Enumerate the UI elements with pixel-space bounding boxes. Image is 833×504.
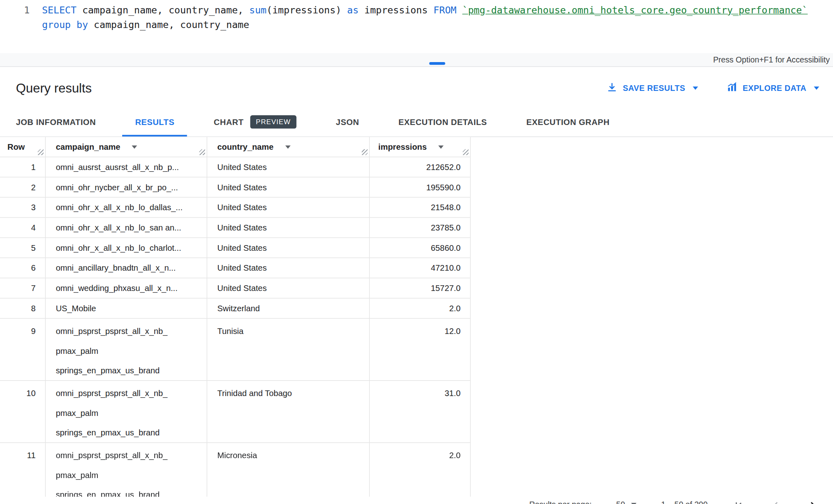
table-row: 9omni_psprst_psprst_all_x_nb_pmax_palmsp… xyxy=(0,319,470,381)
tab-label: JSON xyxy=(336,117,359,127)
explore-data-label: EXPLORE DATA xyxy=(742,83,806,92)
table-row: 3omni_ohr_x_all_x_nb_lo_dallas_...United… xyxy=(0,198,470,218)
column-label: country_name xyxy=(217,142,274,152)
pagination-range: 1 – 50 of 200 xyxy=(661,500,708,504)
tab-execution-graph[interactable]: EXECUTION GRAPH xyxy=(514,109,622,136)
campaign-name-cell: omni_ohr_nycber_all_x_br_po_... xyxy=(46,177,207,197)
table-row: 4omni_ohr_x_all_x_nb_lo_san an...United … xyxy=(0,218,470,238)
tab-label: JOB INFORMATION xyxy=(16,117,96,127)
tab-label: CHART xyxy=(214,117,244,127)
table-row: 6omni_ancillary_bnadtn_all_x_n...United … xyxy=(0,258,470,278)
chevron-down-icon xyxy=(693,86,698,90)
impressions-cell: 65860.0 xyxy=(370,238,471,257)
editor-line-number: 1 xyxy=(0,3,30,18)
campaign-name-line: omni_ohr_nycber_all_x_br_po_... xyxy=(56,182,207,193)
table-row: 1omni_ausrst_ausrst_all_x_nb_p...United … xyxy=(0,157,470,177)
tab-json[interactable]: JSON xyxy=(323,109,372,136)
campaign-name-line: pmax_palm xyxy=(56,403,207,422)
table-reference-link[interactable]: `pmg-datawarehouse.omni_hotels_core.geo_… xyxy=(462,4,808,15)
code-line: group by campaign_name, country_name xyxy=(42,17,828,32)
campaign-name-line: omni_wedding_phxasu_all_x_n... xyxy=(56,283,207,294)
row-number-cell: 11 xyxy=(0,443,46,504)
column-header-country-name: country_name xyxy=(207,137,369,157)
page-size-value: 50 xyxy=(616,500,625,504)
country-name-cell: United States xyxy=(207,198,369,217)
impressions-cell: 31.0 xyxy=(370,381,471,442)
column-resize-handle[interactable] xyxy=(38,149,43,155)
column-header-row: Row xyxy=(0,137,46,157)
save-results-icon xyxy=(607,82,617,94)
campaign-name-line: springs_en_pmax_us_brand xyxy=(56,423,207,442)
row-number-cell: 3 xyxy=(0,198,46,217)
country-name-cell: United States xyxy=(207,278,369,298)
campaign-name-cell: US_Mobile xyxy=(46,298,207,318)
chevron-down-icon xyxy=(814,86,819,90)
row-number-cell: 6 xyxy=(0,258,46,278)
chevron-down-icon xyxy=(631,503,637,504)
campaign-name-cell: omni_ohr_x_all_x_nb_lo_charlot... xyxy=(46,238,207,257)
row-number-cell: 2 xyxy=(0,177,46,197)
table-row: 10omni_psprst_psprst_all_x_nb_pmax_palms… xyxy=(0,381,470,443)
impressions-cell: 21548.0 xyxy=(370,198,471,217)
tab-execution-details[interactable]: EXECUTION DETAILS xyxy=(386,109,500,136)
table-header: Row campaign_name country_name impressio… xyxy=(0,137,470,157)
first-page-button[interactable] xyxy=(732,500,745,504)
column-menu-icon[interactable] xyxy=(438,145,444,149)
splitter-drag-handle[interactable] xyxy=(429,62,445,65)
campaign-name-cell: omni_psprst_psprst_all_x_nb_pmax_palmspr… xyxy=(46,381,207,442)
save-results-label: SAVE RESULTS xyxy=(623,83,685,92)
column-menu-icon[interactable] xyxy=(132,145,137,149)
campaign-name-line: omni_ohr_x_all_x_nb_lo_san an... xyxy=(56,222,207,233)
country-name-cell: Tunisia xyxy=(207,319,369,380)
campaign-name-line: omni_psprst_psprst_all_x_nb_ xyxy=(56,383,207,403)
column-resize-handle[interactable] xyxy=(199,149,205,155)
pagination-bar: Results per page: 50 1 – 50 of 200 xyxy=(0,497,833,504)
accessibility-hint: Press Option+F1 for Accessibility xyxy=(713,55,830,64)
column-label: impressions xyxy=(378,142,427,152)
campaign-name-line: pmax_palm xyxy=(56,465,207,485)
campaign-name-cell: omni_wedding_phxasu_all_x_n... xyxy=(46,278,207,298)
campaign-name-cell: omni_psprst_psprst_all_x_nb_pmax_palmspr… xyxy=(46,319,207,380)
impressions-cell: 47210.0 xyxy=(370,258,471,278)
campaign-name-cell: omni_ausrst_ausrst_all_x_nb_p... xyxy=(46,157,207,177)
tab-label: EXECUTION GRAPH xyxy=(527,117,610,127)
bigquery-results-screen: 1 SELECT campaign_name, country_name, su… xyxy=(0,0,833,504)
sql-token: group by xyxy=(42,19,88,30)
next-page-button[interactable] xyxy=(807,500,819,504)
results-table: Row campaign_name country_name impressio… xyxy=(0,137,470,504)
row-number-cell: 4 xyxy=(0,218,46,237)
save-results-button[interactable]: SAVE RESULTS xyxy=(607,82,698,94)
campaign-name-line: omni_psprst_psprst_all_x_nb_ xyxy=(56,446,207,465)
impressions-cell: 212652.0 xyxy=(370,157,471,177)
table-row: 2omni_ohr_nycber_all_x_br_po_...United S… xyxy=(0,177,470,198)
column-resize-handle[interactable] xyxy=(463,149,468,155)
header-actions: SAVE RESULTS EXPLORE DATA xyxy=(607,82,819,94)
page-size-select[interactable]: 50 xyxy=(616,500,637,504)
tab-results[interactable]: RESULTS xyxy=(122,109,187,136)
tab-chart[interactable]: CHARTPREVIEW xyxy=(201,109,309,136)
row-number-cell: 9 xyxy=(0,319,46,380)
column-menu-icon[interactable] xyxy=(285,145,291,149)
impressions-cell: 2.0 xyxy=(370,443,471,504)
campaign-name-cell: omni_ancillary_bnadtn_all_x_n... xyxy=(46,258,207,278)
column-label: campaign_name xyxy=(56,142,120,152)
sql-code[interactable]: SELECT campaign_name, country_name, sum(… xyxy=(42,3,828,32)
results-per-page-label: Results per page: xyxy=(529,500,592,504)
sql-editor[interactable]: 1 SELECT campaign_name, country_name, su… xyxy=(0,0,833,53)
country-name-cell: United States xyxy=(207,258,369,278)
tab-job-information[interactable]: JOB INFORMATION xyxy=(3,109,109,136)
column-resize-handle[interactable] xyxy=(362,149,367,155)
sql-token xyxy=(457,4,462,15)
row-number-cell: 7 xyxy=(0,278,46,298)
explore-data-button[interactable]: EXPLORE DATA xyxy=(727,82,819,94)
row-number-cell: 5 xyxy=(0,238,46,257)
table-row: 5omni_ohr_x_all_x_nb_lo_charlot...United… xyxy=(0,238,470,258)
table-row: 7omni_wedding_phxasu_all_x_n...United St… xyxy=(0,278,470,299)
campaign-name-cell: omni_ohr_x_all_x_nb_lo_san an... xyxy=(46,218,207,237)
country-name-cell: United States xyxy=(207,177,369,197)
table-row: 11omni_psprst_psprst_all_x_nb_pmax_palms… xyxy=(0,443,470,504)
previous-page-button[interactable] xyxy=(769,500,782,504)
campaign-name-cell: omni_psprst_psprst_all_x_nb_pmax_palmspr… xyxy=(46,443,207,504)
country-name-cell: United States xyxy=(207,238,369,257)
country-name-cell: United States xyxy=(207,218,369,237)
